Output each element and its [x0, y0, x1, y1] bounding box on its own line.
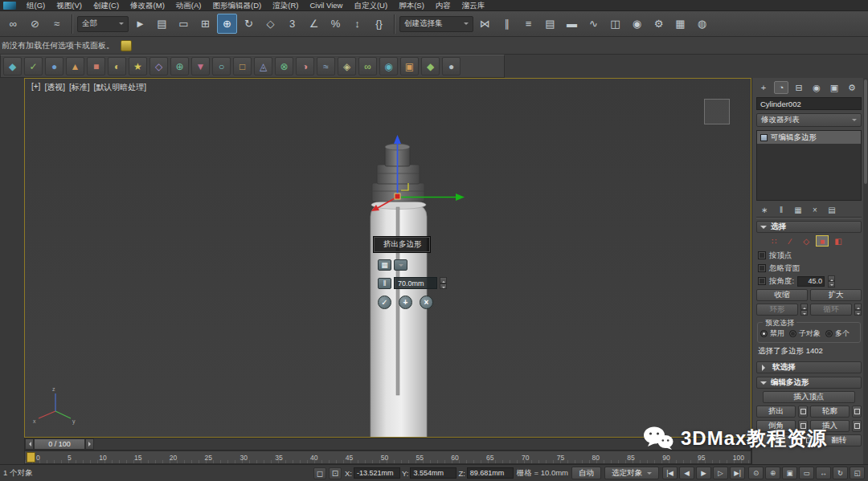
panel-scrollbar[interactable] [863, 78, 868, 464]
custom-toolbar-icon[interactable]: ▣ [400, 57, 419, 75]
toggle-scene-explorer-button[interactable]: ≡ [518, 14, 538, 34]
named-selection-sets-dropdown[interactable]: 创建选择集 [399, 16, 473, 32]
custom-toolbar-icon[interactable]: ○ [212, 57, 231, 75]
curve-editor-button[interactable]: ∿ [583, 14, 604, 34]
caddy-cancel-button[interactable]: × [420, 296, 433, 309]
menu-item[interactable]: 视图(V) [51, 0, 88, 10]
extrude-type-dropdown-button[interactable] [394, 259, 407, 271]
align-button[interactable]: ∥ [497, 14, 517, 34]
bridge-settings-button[interactable] [805, 434, 814, 446]
toggle-ribbon-button[interactable]: ▬ [562, 14, 582, 34]
ignore-backfacing-checkbox[interactable] [758, 264, 766, 272]
previous-frame-button[interactable]: ◀ [679, 467, 694, 479]
spinner-snap-toggle-button[interactable]: ↕ [347, 14, 367, 34]
ribbon-config-icon[interactable] [121, 40, 132, 51]
select-by-name-button[interactable]: ▤ [152, 14, 172, 34]
menu-item[interactable]: 内容 [430, 0, 457, 10]
grow-button[interactable]: 扩大 [810, 289, 862, 301]
edit-named-selection-sets-button[interactable]: {} [369, 14, 389, 34]
maximize-viewport-toggle-button[interactable]: ◱ [850, 467, 865, 479]
viewport-shading-menu[interactable]: [默认明暗处理] [94, 82, 147, 93]
custom-toolbar-icon[interactable]: ◑ [296, 57, 314, 75]
modifier-list-dropdown[interactable]: 修改器列表 [756, 113, 862, 127]
rollout-soft-selection[interactable]: 软选择 [756, 361, 862, 373]
vertex-subobject-button[interactable]: ∷ [768, 235, 780, 247]
auto-key-button[interactable]: 自动 [571, 467, 601, 479]
custom-toolbar-icon[interactable]: ● [442, 57, 461, 75]
render-production-button[interactable]: ◍ [692, 14, 712, 34]
angle-spinner[interactable] [828, 275, 835, 287]
loop-button[interactable]: 循环 [810, 304, 852, 316]
viewport-general-menu[interactable]: [+] [31, 82, 40, 93]
tab-utilities[interactable]: ⚙ [845, 81, 859, 94]
flip-button[interactable]: 翻转 [817, 434, 862, 446]
time-slider-handle[interactable]: 0 / 100 [34, 438, 85, 450]
window-crossing-toggle-button[interactable]: ⊞ [195, 14, 215, 34]
custom-toolbar-icon[interactable]: ★ [129, 57, 147, 75]
custom-toolbar-icon[interactable]: ◈ [338, 57, 356, 75]
element-subobject-button[interactable]: ◧ [832, 235, 845, 247]
extrude-settings-button[interactable] [798, 406, 808, 418]
custom-toolbar-icon[interactable]: ■ [87, 57, 105, 75]
rollout-selection[interactable]: 选择 [756, 221, 862, 233]
app-logo-icon[interactable] [3, 2, 16, 10]
outline-button[interactable]: 轮廓 [810, 406, 850, 418]
zoom-all-button[interactable]: ⊕ [765, 467, 780, 479]
zoom-button[interactable]: ⊙ [748, 467, 764, 479]
menu-item[interactable]: 自定义(U) [348, 0, 393, 10]
tab-motion[interactable]: ◉ [809, 81, 824, 94]
mirror-button[interactable]: ⋈ [475, 14, 495, 34]
unlink-selection-button[interactable]: ⊘ [25, 14, 45, 34]
border-subobject-button[interactable]: ◇ [800, 235, 813, 247]
ring-spinner[interactable] [800, 304, 808, 316]
show-end-result-button[interactable]: ‖ [775, 205, 788, 216]
schematic-view-button[interactable]: ◫ [605, 14, 625, 34]
custom-toolbar-icon[interactable]: ◐ [108, 57, 126, 75]
preview-subobject-radio[interactable] [789, 330, 796, 337]
zoom-extents-button[interactable]: ▣ [782, 467, 797, 479]
custom-toolbar-icon[interactable]: ● [45, 57, 63, 75]
polygon-subobject-button[interactable]: ■ [816, 235, 829, 247]
extrude-height-field[interactable]: 70.0mm [394, 277, 437, 289]
play-animation-button[interactable]: ▶ [696, 467, 711, 479]
z-coordinate-field[interactable]: 89.681mm [467, 467, 514, 479]
shrink-button[interactable]: 收缩 [756, 289, 808, 301]
loop-spinner[interactable] [854, 304, 862, 316]
time-cursor[interactable] [27, 452, 35, 463]
tab-modify[interactable]: ◔ [774, 81, 788, 94]
zoom-region-button[interactable]: ▭ [799, 467, 814, 479]
preview-disable-radio[interactable] [760, 330, 768, 337]
custom-toolbar-icon[interactable]: ◇ [149, 57, 168, 75]
y-coordinate-field[interactable]: 3.554mm [410, 467, 457, 479]
tab-display[interactable]: ▣ [827, 81, 841, 94]
custom-toolbar-icon[interactable]: ▲ [66, 57, 84, 75]
outline-settings-button[interactable] [852, 406, 862, 418]
menu-item[interactable]: 组(G) [21, 0, 51, 10]
viewport-view-type-menu[interactable]: [标准] [69, 82, 90, 93]
custom-toolbar-icon[interactable]: ∞ [358, 57, 377, 75]
menu-item[interactable]: 修改器(M) [125, 0, 170, 10]
angle-value-field[interactable]: 45.0 [797, 276, 825, 287]
go-to-end-button[interactable]: ▶| [730, 467, 745, 479]
angle-snap-toggle-button[interactable]: ∠ [304, 14, 324, 34]
bridge-button[interactable]: 桥 [756, 434, 802, 446]
configure-modifier-sets-button[interactable]: ▤ [825, 205, 838, 216]
menu-item[interactable]: 创建(C) [88, 0, 125, 10]
inset-button[interactable]: 插入 [810, 420, 850, 432]
go-to-start-button[interactable]: |◀ [662, 467, 678, 479]
viewcube[interactable] [704, 99, 730, 124]
insert-vertex-button[interactable]: 插入顶点 [763, 391, 855, 403]
custom-toolbar-icon[interactable]: ◉ [379, 57, 398, 75]
menu-item[interactable]: 溜云库 [457, 0, 491, 10]
menu-item[interactable]: 动画(A) [170, 0, 207, 10]
select-and-link-button[interactable]: ∞ [3, 14, 23, 34]
next-frame-button[interactable]: ▷ [713, 467, 728, 479]
key-filter-dropdown[interactable]: 选定对象 [604, 467, 659, 479]
inset-settings-button[interactable] [852, 420, 862, 432]
tab-create[interactable]: + [756, 81, 771, 94]
custom-toolbar-icon[interactable]: ✓ [24, 57, 43, 75]
tab-hierarchy[interactable]: ⊟ [792, 81, 806, 94]
custom-toolbar-icon[interactable]: ◆ [421, 57, 440, 75]
by-vertex-checkbox[interactable] [758, 251, 766, 259]
select-and-rotate-button[interactable]: ↻ [239, 14, 259, 34]
